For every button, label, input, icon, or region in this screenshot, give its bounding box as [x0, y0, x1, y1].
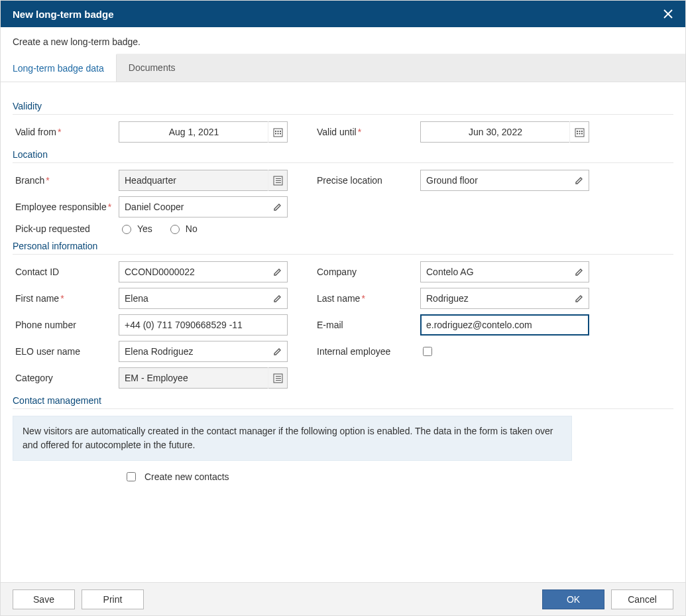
divider — [13, 114, 673, 115]
valid-until-label: Valid until* — [314, 127, 420, 137]
list-picker-icon — [273, 176, 283, 186]
contact-id-label: Contact ID — [13, 267, 119, 277]
branch-input[interactable] — [119, 170, 288, 191]
pencil-icon — [575, 294, 584, 303]
phone-label: Phone number — [13, 320, 119, 330]
employee-responsible-input[interactable] — [119, 196, 288, 217]
pickup-yes-option[interactable]: Yes — [119, 223, 152, 234]
footer-left: Save Print — [13, 589, 144, 609]
section-location-title: Location — [13, 149, 673, 160]
tab-bar: Long-term badge data Documents — [1, 54, 685, 82]
firstname-input[interactable] — [119, 288, 288, 309]
pickup-label: Pick-up requested — [13, 223, 119, 234]
dialog-subtitle: Create a new long-term badge. — [1, 27, 685, 54]
pencil-icon — [273, 267, 282, 277]
svg-rect-3 — [275, 131, 276, 132]
internal-employee-label: Internal employee — [314, 346, 420, 357]
valid-from-datepicker-button[interactable] — [268, 121, 288, 143]
valid-from-input[interactable] — [119, 121, 288, 143]
svg-rect-7 — [278, 133, 279, 134]
lastname-edit-button[interactable] — [569, 288, 589, 309]
svg-rect-14 — [579, 133, 581, 134]
create-new-contacts-checkbox[interactable] — [127, 472, 136, 481]
svg-rect-10 — [577, 131, 578, 132]
svg-rect-12 — [581, 131, 583, 132]
firstname-label: First name* — [13, 293, 119, 304]
pencil-icon — [575, 176, 584, 185]
precise-location-edit-button[interactable] — [569, 170, 589, 191]
svg-rect-6 — [275, 133, 276, 134]
valid-from-label: Valid from* — [13, 127, 119, 137]
elo-user-label: ELO user name — [13, 346, 119, 357]
divider — [13, 408, 673, 409]
category-label: Category — [13, 373, 119, 383]
svg-rect-4 — [278, 131, 279, 132]
footer-right: OK Cancel — [542, 589, 673, 609]
contact-id-edit-button[interactable] — [268, 261, 288, 282]
create-new-contacts-row: Create new contacts — [124, 470, 673, 483]
contact-id-input[interactable] — [119, 261, 288, 282]
lastname-input[interactable] — [420, 288, 589, 309]
save-button[interactable]: Save — [13, 589, 75, 609]
list-picker-icon — [273, 373, 283, 383]
titlebar: New long-term badge — [1, 1, 685, 27]
section-contact-mgmt-title: Contact management — [13, 395, 673, 406]
company-edit-button[interactable] — [569, 261, 589, 282]
svg-rect-9 — [575, 129, 584, 137]
firstname-edit-button[interactable] — [268, 288, 288, 309]
create-new-contacts-label: Create new contacts — [144, 471, 229, 482]
contact-mgmt-info: New visitors are automatically created i… — [13, 416, 572, 461]
svg-rect-2 — [274, 129, 282, 137]
section-personal-title: Personal information — [13, 241, 673, 251]
divider — [13, 162, 673, 163]
branch-lookup-button[interactable] — [268, 170, 288, 191]
valid-until-datepicker-button[interactable] — [569, 121, 589, 143]
pickup-no-radio[interactable] — [170, 225, 180, 234]
employee-responsible-label: Employee responsible* — [13, 202, 119, 212]
pickup-yes-radio[interactable] — [122, 225, 131, 234]
pencil-icon — [575, 267, 584, 277]
category-input[interactable] — [119, 367, 288, 389]
svg-rect-15 — [581, 133, 583, 134]
close-icon — [663, 9, 673, 19]
pencil-icon — [273, 347, 282, 356]
branch-label: Branch* — [13, 175, 119, 186]
close-button[interactable] — [660, 6, 676, 22]
divider — [13, 254, 673, 255]
pencil-icon — [273, 294, 282, 303]
svg-rect-11 — [579, 131, 581, 132]
dialog-title: New long-term badge — [13, 9, 114, 20]
ok-button[interactable]: OK — [542, 589, 604, 609]
print-button[interactable]: Print — [82, 589, 144, 609]
pencil-icon — [273, 202, 282, 212]
footer: Save Print OK Cancel — [1, 582, 685, 615]
dialog: New long-term badge Create a new long-te… — [0, 0, 686, 616]
tab-longterm-badge-data[interactable]: Long-term badge data — [1, 54, 117, 82]
section-validity-title: Validity — [13, 101, 673, 111]
valid-until-input[interactable] — [420, 121, 589, 143]
svg-rect-8 — [280, 133, 281, 134]
email-input[interactable] — [420, 314, 589, 336]
precise-location-input[interactable] — [420, 170, 589, 191]
company-label: Company — [314, 267, 420, 277]
company-input[interactable] — [420, 261, 589, 282]
email-label: E-mail — [314, 320, 420, 330]
tab-documents[interactable]: Documents — [117, 54, 188, 82]
elo-user-input[interactable] — [119, 341, 288, 362]
category-lookup-button[interactable] — [268, 367, 288, 389]
svg-rect-5 — [280, 131, 281, 132]
form-area: Validity Valid from* — [1, 82, 685, 582]
svg-rect-13 — [577, 133, 578, 134]
precise-location-label: Precise location — [314, 175, 420, 186]
cancel-button[interactable]: Cancel — [611, 589, 673, 609]
elo-user-edit-button[interactable] — [268, 341, 288, 362]
lastname-label: Last name* — [314, 293, 420, 304]
internal-employee-checkbox[interactable] — [423, 347, 432, 356]
calendar-icon — [575, 127, 585, 137]
phone-input[interactable] — [119, 314, 288, 336]
pickup-no-option[interactable]: No — [167, 223, 198, 234]
calendar-icon — [273, 127, 283, 137]
pickup-radio-group: Yes No — [119, 223, 288, 234]
employee-responsible-edit-button[interactable] — [268, 196, 288, 217]
